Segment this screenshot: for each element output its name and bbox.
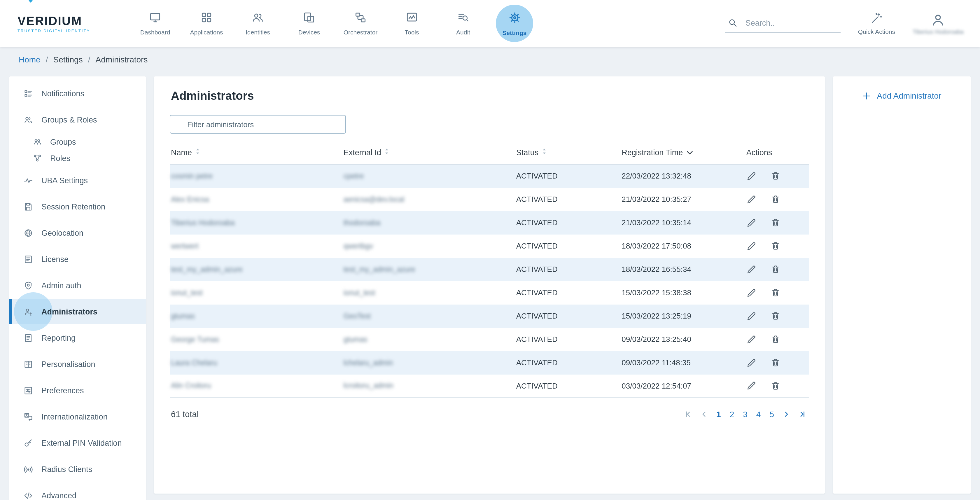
column-header-registration-time[interactable]: Registration Time [620, 142, 745, 164]
sidebar-item-geolocation[interactable]: Geolocation [10, 221, 146, 245]
sidebar-item-groups[interactable]: Groups [10, 134, 146, 150]
sort-icon[interactable] [196, 148, 200, 157]
table-row[interactable]: Alex Enicsa aenicsa@dev.local ACTIVATED … [170, 188, 809, 211]
breadcrumb-home[interactable]: Home [19, 54, 41, 64]
delete-button[interactable] [771, 171, 781, 181]
delete-button[interactable] [771, 241, 781, 251]
page-button-5[interactable]: 5 [767, 408, 776, 420]
table-row[interactable]: George Tumas gtumas ACTIVATED 09/03/2022… [170, 328, 809, 351]
cell-status: ACTIVATED [515, 234, 620, 258]
page-title: Administrators [171, 89, 809, 103]
prev-page-button[interactable] [698, 408, 710, 420]
veridium-admin-app: VERIDIUM TRUSTED DIGITAL IDENTITY Dashbo… [0, 0, 980, 500]
nav-item-audit[interactable]: Audit [438, 0, 489, 47]
sort-icon[interactable] [385, 148, 390, 157]
nav-item-dashboard[interactable]: Dashboard [129, 0, 181, 47]
sort-icon[interactable] [542, 148, 547, 157]
sidebar-item-reporting[interactable]: Reporting [10, 326, 146, 350]
sidebar-item-external-pin-validation[interactable]: External PIN Validation [10, 431, 146, 455]
table-row[interactable]: Alin Croitoru lcroitoru_admin ACTIVATED … [170, 374, 809, 398]
sort-desc-icon[interactable] [686, 148, 693, 157]
table-row[interactable]: Laura Chelaru lchelaru_admin ACTIVATED 0… [170, 351, 809, 374]
breadcrumb-settings[interactable]: Settings [53, 54, 83, 64]
delete-button[interactable] [771, 381, 781, 391]
nav-item-identities[interactable]: Identities [232, 0, 283, 47]
page-button-1[interactable]: 1 [714, 408, 723, 420]
edit-button[interactable] [746, 287, 757, 298]
delete-button[interactable] [771, 264, 781, 274]
edit-button[interactable] [746, 217, 757, 228]
delete-button[interactable] [771, 194, 781, 204]
sidebar-item-groups-roles[interactable]: Groups & Roles [10, 107, 146, 132]
edit-button[interactable] [746, 357, 757, 368]
external-pin-icon [23, 438, 33, 448]
sidebar-item-session-retention[interactable]: Session Retention [10, 194, 146, 219]
cell-name: cosmin petre [170, 164, 342, 188]
edit-button[interactable] [746, 311, 757, 321]
cell-status: ACTIVATED [515, 328, 620, 351]
nav-item-devices[interactable]: Devices [283, 0, 335, 47]
table-row[interactable]: test_my_admin_azure test_my_admin_azure … [170, 258, 809, 281]
user-menu[interactable]: Tiberius Hodoroaba [913, 12, 964, 35]
filter-administrators-input[interactable] [170, 115, 346, 134]
audit-icon [457, 11, 469, 24]
delete-button[interactable] [771, 288, 781, 298]
page-button-2[interactable]: 2 [727, 408, 737, 420]
sidebar-item-preferences[interactable]: Preferences [10, 378, 146, 403]
roles-icon [33, 153, 42, 163]
dashboard-icon [149, 11, 162, 24]
delete-button[interactable] [771, 218, 781, 228]
page-button-3[interactable]: 3 [741, 408, 750, 420]
cell-name: ionut_test [170, 281, 342, 304]
page-button-4[interactable]: 4 [754, 408, 763, 420]
delete-button[interactable] [771, 334, 781, 344]
nav-item-settings[interactable]: Settings [489, 0, 540, 47]
edit-button[interactable] [746, 334, 757, 344]
nav-item-orchestrator[interactable]: Orchestrator [335, 0, 386, 47]
sidebar-item-license[interactable]: License [10, 247, 146, 271]
nav-item-tools[interactable]: Tools [386, 0, 438, 47]
cell-name: George Tumas [170, 328, 342, 351]
delete-button[interactable] [771, 358, 781, 368]
sidebar-item-advanced[interactable]: Advanced [10, 483, 146, 500]
sidebar-item-radius-clients[interactable]: Radius Clients [10, 457, 146, 481]
settings-icon [508, 11, 521, 24]
internationalization-icon [23, 412, 33, 422]
identities-icon [251, 11, 264, 24]
edit-button[interactable] [746, 240, 757, 251]
edit-button[interactable] [746, 381, 757, 391]
delete-button[interactable] [771, 311, 781, 321]
radius-clients-icon [23, 464, 33, 474]
personalisation-icon [23, 359, 33, 369]
quick-actions-button[interactable]: Quick Actions [858, 12, 895, 35]
table-row[interactable]: wertwert qwertbgv ACTIVATED 18/03/2022 1… [170, 234, 809, 258]
plus-icon [862, 91, 871, 100]
first-page-button[interactable] [682, 408, 694, 420]
table-row[interactable]: Tiberius Hodoroaba thodoroaba ACTIVATED … [170, 211, 809, 234]
sidebar-item-personalisation[interactable]: Personalisation [10, 352, 146, 376]
search-input[interactable] [745, 18, 832, 28]
cell-external-id: cpetre [342, 164, 515, 188]
orchestrator-icon [354, 11, 367, 24]
add-administrator-button[interactable]: Add Administrator [862, 91, 942, 100]
next-page-button[interactable] [781, 408, 792, 420]
primary-nav: Dashboard Applications Identities Device… [129, 0, 540, 47]
table-row[interactable]: gtumas GeoTest ACTIVATED 15/03/2022 13:2… [170, 304, 809, 328]
table-row[interactable]: ionut_test ionut_test ACTIVATED 15/03/20… [170, 281, 809, 304]
sidebar-item-administrators[interactable]: Administrators [10, 299, 146, 324]
veridium-logo[interactable]: VERIDIUM TRUSTED DIGITAL IDENTITY [18, 14, 110, 32]
column-header-status[interactable]: Status [515, 142, 620, 164]
sidebar-item-uba-settings[interactable]: UBA Settings [10, 168, 146, 193]
top-navigation-bar: VERIDIUM TRUSTED DIGITAL IDENTITY Dashbo… [0, 0, 980, 47]
column-header-name[interactable]: Name [170, 142, 342, 164]
column-header-external-id[interactable]: External Id [342, 142, 515, 164]
sidebar-item-internationalization[interactable]: Internationalization [10, 404, 146, 429]
last-page-button[interactable] [796, 408, 808, 420]
edit-button[interactable] [746, 194, 757, 204]
edit-button[interactable] [746, 264, 757, 274]
sidebar-item-notifications[interactable]: Notifications [10, 81, 146, 106]
sidebar-item-roles[interactable]: Roles [10, 150, 146, 166]
table-row[interactable]: cosmin petre cpetre ACTIVATED 22/03/2022… [170, 164, 809, 188]
nav-item-applications[interactable]: Applications [181, 0, 232, 47]
edit-button[interactable] [746, 171, 757, 182]
